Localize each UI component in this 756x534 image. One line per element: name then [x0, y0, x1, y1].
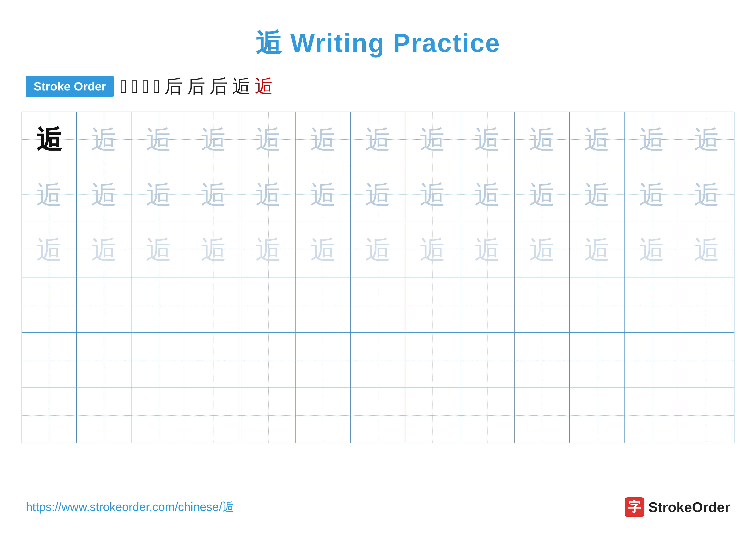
stroke-7: 后 [209, 74, 228, 99]
grid-cell[interactable]: 逅 [515, 112, 570, 167]
title-char: 逅 [256, 28, 282, 57]
grid-cell[interactable]: 逅 [77, 112, 131, 167]
grid-cell[interactable] [241, 388, 296, 443]
grid-cell[interactable]: 逅 [460, 222, 515, 277]
grid-cell[interactable] [570, 277, 625, 332]
grid-cell[interactable]: 逅 [625, 112, 679, 167]
grid-cell[interactable] [296, 333, 351, 388]
grid-row-6 [22, 388, 734, 443]
grid-cell[interactable] [131, 333, 186, 388]
grid-cell[interactable] [625, 388, 679, 443]
grid-cell[interactable]: 逅 [570, 222, 625, 277]
grid-row-1: 逅 逅 逅 逅 逅 逅 逅 逅 逅 逅 逅 逅 [22, 112, 734, 167]
grid-cell[interactable]: 逅 [22, 112, 77, 167]
grid-cell[interactable] [186, 277, 241, 332]
grid-cell[interactable] [131, 277, 186, 332]
grid-cell[interactable] [131, 388, 186, 443]
grid-cell[interactable]: 逅 [241, 112, 296, 167]
grid-cell[interactable]: 逅 [77, 167, 131, 222]
grid-cell[interactable] [625, 277, 679, 332]
grid-cell[interactable]: 逅 [570, 112, 625, 167]
grid-cell[interactable]: 逅 [351, 222, 405, 277]
grid-row-4 [22, 277, 734, 333]
grid-cell[interactable]: 逅 [296, 167, 351, 222]
page-title: 逅 Writing Practice [0, 0, 756, 61]
grid-cell[interactable] [241, 333, 296, 388]
stroke-3: 𠃜 [142, 76, 149, 97]
grid-cell[interactable] [460, 388, 515, 443]
grid-cell[interactable] [296, 277, 351, 332]
stroke-6: 后 [187, 74, 205, 99]
grid-cell[interactable]: 逅 [241, 222, 296, 277]
grid-cell[interactable]: 逅 [679, 167, 734, 222]
grid-cell[interactable] [679, 333, 734, 388]
grid-cell[interactable] [515, 388, 570, 443]
grid-cell[interactable] [460, 333, 515, 388]
logo-text: StrokeOrder [648, 499, 730, 515]
grid-cell[interactable] [405, 388, 460, 443]
grid-cell[interactable] [570, 388, 625, 443]
grid-cell[interactable] [22, 277, 77, 332]
grid-cell[interactable] [22, 388, 77, 443]
grid-cell[interactable] [405, 277, 460, 332]
stroke-order-badge: Stroke Order [26, 76, 114, 97]
grid-cell[interactable] [625, 333, 679, 388]
grid-cell[interactable] [77, 277, 131, 332]
grid-cell[interactable]: 逅 [131, 112, 186, 167]
grid-cell[interactable] [679, 277, 734, 332]
grid-cell[interactable] [77, 333, 131, 388]
grid-cell[interactable] [351, 388, 405, 443]
grid-cell[interactable] [570, 333, 625, 388]
grid-cell[interactable]: 逅 [131, 167, 186, 222]
grid-cell[interactable] [515, 333, 570, 388]
grid-cell[interactable]: 逅 [351, 167, 405, 222]
grid-cell[interactable]: 逅 [515, 222, 570, 277]
grid-cell[interactable] [405, 333, 460, 388]
grid-cell[interactable] [460, 277, 515, 332]
grid-cell[interactable]: 逅 [679, 112, 734, 167]
grid-cell[interactable]: 逅 [460, 167, 515, 222]
footer-url[interactable]: https://www.strokeorder.com/chinese/逅 [26, 499, 234, 515]
grid-cell[interactable]: 逅 [405, 112, 460, 167]
stroke-4: 𠄎 [153, 76, 160, 97]
grid-cell[interactable] [679, 388, 734, 443]
grid-cell[interactable]: 逅 [22, 167, 77, 222]
grid-cell[interactable]: 逅 [460, 112, 515, 167]
grid-cell[interactable] [241, 277, 296, 332]
grid-cell[interactable]: 逅 [351, 112, 405, 167]
grid-cell[interactable]: 逅 [77, 222, 131, 277]
grid-cell[interactable]: 逅 [186, 222, 241, 277]
grid-cell[interactable]: 逅 [515, 167, 570, 222]
grid-cell[interactable] [296, 388, 351, 443]
grid-cell[interactable]: 逅 [405, 222, 460, 277]
stroke-8: 逅 [232, 74, 251, 99]
grid-cell[interactable] [515, 277, 570, 332]
footer: https://www.strokeorder.com/chinese/逅 字 … [0, 497, 756, 517]
stroke-9: 逅 [255, 74, 273, 99]
grid-cell[interactable]: 逅 [296, 222, 351, 277]
grid-cell[interactable]: 逅 [570, 167, 625, 222]
grid-cell[interactable]: 逅 [131, 222, 186, 277]
practice-grid: 逅 逅 逅 逅 逅 逅 逅 逅 逅 逅 逅 逅 [21, 112, 735, 443]
grid-row-2: 逅 逅 逅 逅 逅 逅 逅 逅 逅 逅 逅 逅 [22, 167, 734, 222]
grid-cell[interactable]: 逅 [296, 112, 351, 167]
stroke-1: 𠃌 [120, 76, 127, 97]
grid-cell[interactable] [186, 333, 241, 388]
stroke-sequence: 𠃌 𠄌 𠃜 𠄎 后 后 后 逅 逅 [120, 74, 273, 99]
grid-cell[interactable] [351, 333, 405, 388]
stroke-order-row: Stroke Order 𠃌 𠄌 𠃜 𠄎 后 后 后 逅 逅 [0, 61, 756, 107]
grid-cell[interactable]: 逅 [405, 167, 460, 222]
grid-cell[interactable]: 逅 [679, 222, 734, 277]
grid-cell[interactable] [22, 333, 77, 388]
grid-cell[interactable] [186, 388, 241, 443]
grid-cell[interactable]: 逅 [186, 112, 241, 167]
grid-cell[interactable] [77, 388, 131, 443]
logo-icon: 字 [625, 497, 644, 517]
grid-cell[interactable] [351, 277, 405, 332]
grid-cell[interactable]: 逅 [241, 167, 296, 222]
grid-cell[interactable]: 逅 [625, 222, 679, 277]
grid-cell[interactable]: 逅 [186, 167, 241, 222]
grid-cell[interactable]: 逅 [22, 222, 77, 277]
title-suffix: Writing Practice [282, 28, 500, 57]
grid-cell[interactable]: 逅 [625, 167, 679, 222]
